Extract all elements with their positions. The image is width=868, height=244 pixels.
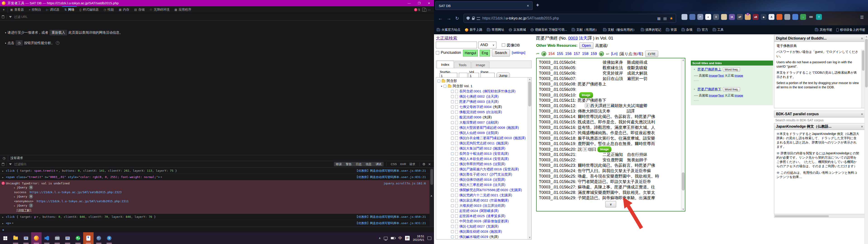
taskbar-clock[interactable]: 16:51 2022/5/1 [413, 235, 424, 242]
taisho-search-link[interactable]: 大正蔵検索 [436, 35, 457, 41]
extension-icon[interactable] [792, 14, 798, 20]
tree-item[interactable]: 佛説人本欲生經:0014 (安世高譯) [451, 156, 509, 161]
devtools-tab-inspector[interactable]: ▣查看器 [8, 6, 26, 13]
extension-icon[interactable] [784, 14, 790, 20]
page-number-155[interactable]: 155 [557, 52, 563, 56]
bookmark-item[interactable]: 文献（貌似有用的） [603, 28, 636, 32]
node-picker-icon[interactable]: ⌖ [0, 6, 8, 13]
devtools-tab-application[interactable]: ▩应用程序 [172, 6, 194, 13]
tree-checkbox[interactable] [451, 100, 454, 103]
tree-checkbox[interactable] [451, 168, 454, 171]
console-command-input[interactable]: » [0, 227, 434, 232]
source-location-link[interactable]: 【优雅搜】网盘自动填写密码脚本.user.js:831:21 [355, 175, 426, 179]
tree-item[interactable]: 佛説信佛功徳經:0018 (法賢譯) [451, 177, 505, 182]
image-badge-button[interactable]: Image [597, 146, 612, 152]
inspect-target-icon[interactable]: ⌖ [12, 221, 13, 225]
console-row[interactable]: ▶<span class="treetit" n="0003_,01" styl… [0, 174, 430, 180]
ime-mode-indicator[interactable]: 中 [398, 236, 402, 241]
tree-item[interactable]: 佛説尼拘陀梵志經:0011 (施護譯) [451, 141, 508, 146]
tree-item[interactable]: 大樓炭經:0023 (法立譯法炬譯) [451, 203, 505, 208]
tree-item[interactable]: 佛開解梵志阿&T075586;經:0020 (支謙譯) [451, 187, 522, 193]
translator-link[interactable]: 法天 [579, 36, 587, 40]
jk-panel-header[interactable]: JapanKnowledge 例文（仏教語...✕ [774, 123, 865, 130]
inspect-target-icon[interactable]: ⌖ [56, 169, 58, 172]
tray-collapse-icon[interactable]: ∧ [379, 237, 381, 240]
line-numbers-link[interactable]: [Ln] [611, 52, 617, 56]
cite-button[interactable]: CITE [645, 51, 658, 57]
source-location-link[interactable]: 【优雅搜】网盘自动填写密码脚本.user.js:831:21 [355, 221, 426, 225]
expand-arrow-icon[interactable]: ▶ [2, 182, 3, 186]
bdk-close-icon[interactable]: ✕ [861, 113, 863, 116]
jk-close-icon[interactable]: ✕ [861, 125, 863, 128]
page-number-158[interactable]: 158 [582, 52, 588, 56]
tree-item[interactable]: 佛説鹹水喩經:0029 (失譯) [451, 234, 499, 240]
console-filter-CSS[interactable]: CSS [389, 162, 399, 166]
console-scrollbar[interactable]: ∧ [430, 167, 434, 227]
tree-checkbox[interactable] [451, 111, 454, 114]
permissions-icon[interactable] [477, 17, 480, 20]
ddb-panel-header[interactable]: Digital Dictionary of Buddhi...✕ [774, 35, 865, 42]
hangul-button[interactable]: Hangul [463, 50, 478, 57]
sutra-title-link[interactable]: 般泥洹經:0006 [459, 115, 482, 120]
tree-checkbox[interactable] [451, 225, 454, 228]
tree-checkbox[interactable] [451, 147, 454, 150]
tree-checkbox[interactable] [451, 189, 454, 191]
tree-item[interactable]: 大般涅槃經:0007 (法顯譯) [451, 120, 499, 125]
bookmark-item[interactable]: 火狐官方站点 [437, 28, 460, 32]
tree-checkbox[interactable] [443, 85, 446, 88]
source-location-link[interactable]: 【优雅搜】网盘自动填写密码脚本.user.js:850:21 [355, 169, 426, 173]
sutra-title-link[interactable]: 長阿含經:0001 [459, 89, 482, 94]
console-row[interactable]: ▶click { target: p⌖, buttons: 0, clientX… [0, 214, 430, 220]
taskbar-wechat[interactable] [73, 232, 83, 244]
tree-item[interactable]: 佛説七佛經:0002 (法天譯) [451, 94, 499, 99]
console-filter-请求[interactable]: 请求 [408, 162, 417, 166]
tree-item[interactable]: 般泥洹經:0006 (失譯) [451, 115, 492, 120]
tree-checkbox[interactable] [451, 199, 454, 202]
taskbar-start-button[interactable] [0, 232, 10, 244]
extension-icon[interactable]: xP [737, 14, 743, 20]
reload-icon[interactable]: ↻ [455, 16, 459, 21]
network-filter-input[interactable]: 过滤 URL [14, 15, 28, 19]
console-settings-icon[interactable]: ⚙ [423, 162, 426, 166]
devtools-tab-debugger[interactable]: ▷调试器 [44, 6, 62, 13]
taskbar-sunlogin[interactable] [94, 232, 104, 244]
tree-item[interactable]: 毘婆尸佛經:0003 (法天譯) [451, 99, 499, 104]
extension-icon[interactable] [682, 14, 687, 20]
tracking-protection-icon[interactable] [467, 17, 470, 20]
bdk-panel-header[interactable]: BDK-SAT parallel corpus✕ [774, 111, 865, 118]
last-page-icon[interactable]: ⏭ [606, 52, 609, 56]
tree-checkbox[interactable] [451, 236, 454, 238]
console-close-icon[interactable]: ✕ [428, 162, 431, 166]
bookmark-item[interactable]: 工具 [713, 28, 724, 32]
console-filter-调试[interactable]: 调试 [374, 162, 383, 166]
expand-arrow-icon[interactable]: ▶ [2, 169, 3, 173]
console-row[interactable]: ▶click { target: span.treetit⌖, buttons:… [0, 167, 430, 174]
footnote-button[interactable]: 3 [583, 147, 587, 151]
operator-select[interactable]: AND∨ [478, 41, 496, 48]
notification-center-icon[interactable] [428, 237, 431, 240]
devtools-menu-icon[interactable]: ⋯ [428, 8, 431, 11]
battery-icon[interactable] [391, 237, 395, 239]
search-button[interactable]: Search [492, 49, 510, 57]
open-button[interactable]: Open [579, 42, 593, 49]
extension-icon[interactable]: IA [729, 14, 735, 20]
bookmark-star-icon[interactable]: ★ [670, 16, 673, 21]
page-number-157[interactable]: 157 [574, 52, 580, 56]
source-location-link[interactable]: jquery.scrollTo.js:161:6 [383, 181, 426, 185]
tree-item[interactable]: 佛説帝釋所問經:0015 (法賢譯) [451, 161, 505, 167]
sutra-title-link[interactable]: 七佛父母姓字經:0004 [459, 105, 492, 109]
extension-icon[interactable] [721, 14, 727, 20]
extension-icon[interactable]: ⠿ [713, 14, 719, 20]
sutra-title-link[interactable]: 佛説七佛經:0002 [459, 94, 485, 99]
maximize-button[interactable]: ❐ [414, 2, 424, 5]
tree-checkbox[interactable] [451, 105, 454, 109]
search-input[interactable] [436, 41, 477, 48]
tree-checkbox[interactable] [451, 121, 454, 124]
expand-arrow-icon[interactable]: ▶ [2, 176, 3, 179]
extension-icon[interactable] [689, 14, 695, 20]
bookmark-item[interactable]: 资源 [666, 28, 677, 32]
tree-item[interactable]: 佛説善生子經:0017 (沙門支法度譯) [451, 172, 512, 177]
sutra-title-link[interactable]: 佛説尸迦羅越六方禮經:0016 [459, 167, 502, 172]
tree-item[interactable]: 長阿含經:0001 (佛陀耶舍譯竺佛念譯) [451, 89, 516, 94]
prev-page-icon[interactable]: ◀ [541, 51, 546, 56]
